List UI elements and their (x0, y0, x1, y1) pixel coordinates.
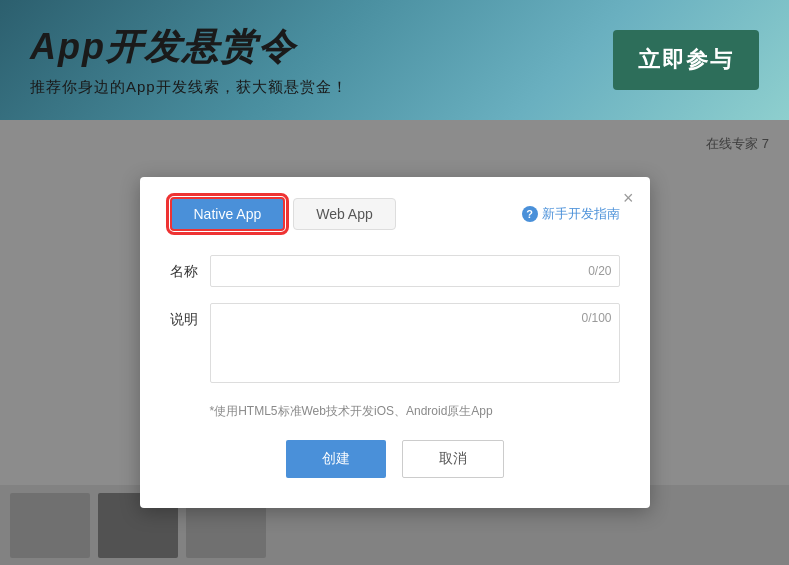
desc-char-count: 0/100 (581, 311, 611, 325)
modal-dialog: × Native App Web App ? 新手开发指南 名称 0/20 (140, 177, 650, 508)
modal-backdrop: × Native App Web App ? 新手开发指南 名称 0/20 (0, 120, 789, 565)
desc-textarea[interactable] (210, 303, 620, 383)
name-label: 名称 (170, 255, 210, 281)
name-char-count: 0/20 (588, 264, 611, 278)
tabs-row: Native App Web App ? 新手开发指南 (170, 197, 620, 231)
name-form-row: 名称 0/20 (170, 255, 620, 287)
name-input-wrap: 0/20 (210, 255, 620, 287)
banner-title-rest: 开发悬赏令 (106, 26, 296, 67)
help-text: 新手开发指南 (542, 205, 620, 223)
banner: App开发悬赏令 推荐你身边的App开发线索，获大额悬赏金！ 立即参与 (0, 0, 789, 120)
desc-form-row: 说明 0/100 (170, 303, 620, 387)
banner-cta[interactable]: 立即参与 (613, 30, 759, 90)
hint-text: *使用HTML5标准Web技术开发iOS、Android原生App (210, 403, 620, 420)
name-input[interactable] (210, 255, 620, 287)
desc-label: 说明 (170, 303, 210, 329)
modal-close-button[interactable]: × (623, 189, 634, 207)
modal-actions: 创建 取消 (170, 440, 620, 478)
banner-left: App开发悬赏令 推荐你身边的App开发线索，获大额悬赏金！ (30, 23, 613, 97)
banner-subtitle: 推荐你身边的App开发线索，获大额悬赏金！ (30, 78, 613, 97)
tab-web-app[interactable]: Web App (293, 198, 396, 230)
help-link[interactable]: ? 新手开发指南 (522, 205, 620, 223)
cancel-button[interactable]: 取消 (402, 440, 504, 478)
help-icon: ? (522, 206, 538, 222)
create-button[interactable]: 创建 (286, 440, 386, 478)
desc-input-wrap: 0/100 (210, 303, 620, 387)
banner-title-app: App (30, 26, 106, 67)
banner-title: App开发悬赏令 (30, 23, 613, 72)
page-body: 在线专家 7 ⌵ × Native App Web App ? 新手开发指南 名… (0, 120, 789, 565)
tab-native-app[interactable]: Native App (170, 197, 286, 231)
